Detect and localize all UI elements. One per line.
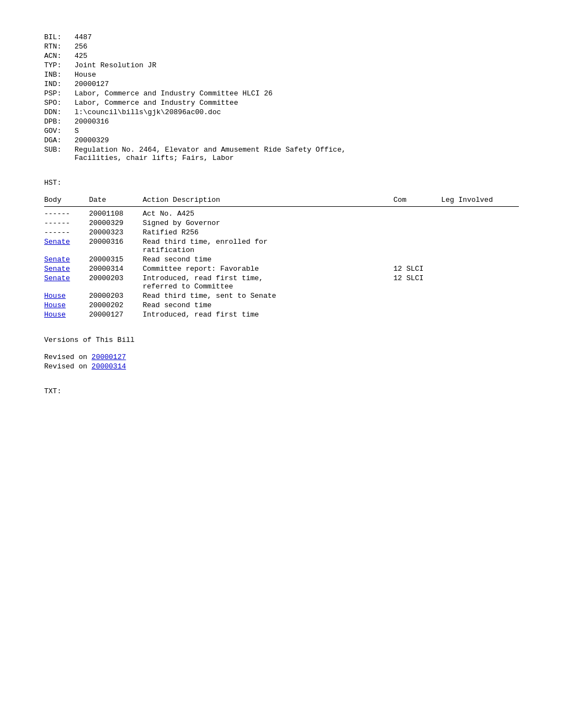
col-header-leg: Leg Involved: [441, 196, 519, 207]
dga-label: DGA:: [44, 136, 75, 144]
col-header-action: Action Description: [142, 196, 393, 207]
versions-section: Versions of This Bill Revised on 2000012…: [44, 336, 519, 371]
history-date-cell: 20000202: [89, 301, 142, 310]
bil-row: BIL: 4487: [44, 33, 519, 41]
history-action-cell: Act No. A425: [142, 209, 393, 218]
history-leg-cell: [441, 228, 519, 237]
typ-row: TYP: Joint Resolution JR: [44, 61, 519, 69]
sub-value: Regulation No. 2464, Elevator and Amusem…: [75, 146, 346, 162]
version-link-row-2: Revised on 20000314: [44, 362, 519, 371]
history-body-cell[interactable]: House: [44, 301, 89, 310]
history-leg-cell: [441, 237, 519, 255]
table-row: House20000203Read third time, sent to Se…: [44, 291, 519, 301]
rtn-label: RTN:: [44, 42, 75, 51]
history-body-link[interactable]: Senate: [44, 255, 70, 264]
history-date-cell: 20000203: [89, 274, 142, 291]
col-header-date: Date: [89, 196, 142, 207]
spo-value: Labor, Commerce and Industry Committee: [75, 99, 238, 107]
inb-label: INB:: [44, 71, 75, 79]
history-com-cell: [394, 310, 442, 319]
history-date-cell: 20000316: [89, 237, 142, 255]
history-leg-cell: [441, 255, 519, 264]
history-action-cell: Read third time, sent to Senate: [142, 291, 393, 301]
history-date-cell: 20000315: [89, 255, 142, 264]
psp-label: PSP:: [44, 89, 75, 98]
history-date-cell: 20001108: [89, 209, 142, 218]
history-leg-cell: [441, 301, 519, 310]
versions-title: Versions of This Bill: [44, 336, 519, 344]
table-row: ------20000329Signed by Governor: [44, 218, 519, 228]
table-row: House20000127Introduced, read first time: [44, 310, 519, 319]
dpb-label: DPB:: [44, 117, 75, 126]
history-leg-cell: [441, 274, 519, 291]
acn-label: ACN:: [44, 52, 75, 60]
version-link-2[interactable]: 20000314: [92, 362, 126, 371]
history-body-cell[interactable]: House: [44, 291, 89, 301]
rtn-value: 256: [75, 42, 87, 51]
txt-section: TXT:: [44, 387, 519, 395]
history-body-cell[interactable]: Senate: [44, 255, 89, 264]
bil-value: 4487: [75, 33, 92, 41]
history-body-cell[interactable]: Senate: [44, 274, 89, 291]
table-row: ------20001108Act No. A425: [44, 209, 519, 218]
history-date-cell: 20000314: [89, 264, 142, 274]
inb-row: INB: House: [44, 71, 519, 79]
history-body-link[interactable]: Senate: [44, 265, 70, 273]
history-com-cell: 12 SLCI: [394, 264, 442, 274]
typ-value: Joint Resolution JR: [75, 61, 156, 69]
col-header-body: Body: [44, 196, 89, 207]
ind-label: IND:: [44, 80, 75, 88]
versions-links: Revised on 20000127 Revised on 20000314: [44, 353, 519, 371]
typ-label: TYP:: [44, 61, 75, 69]
revised-label-1: Revised on: [44, 353, 87, 361]
history-leg-cell: [441, 264, 519, 274]
history-date-cell: 20000323: [89, 228, 142, 237]
sub-line2: Facilities, chair lifts; Fairs, Labor: [75, 154, 234, 162]
history-com-cell: [394, 228, 442, 237]
acn-value: 425: [75, 52, 87, 60]
history-body-cell[interactable]: House: [44, 310, 89, 319]
dpb-row: DPB: 20000316: [44, 117, 519, 126]
history-leg-cell: [441, 218, 519, 228]
acn-row: ACN: 425: [44, 52, 519, 60]
history-body-cell: ------: [44, 218, 89, 228]
history-action-cell: Committee report: Favorable: [142, 264, 393, 274]
history-body-link[interactable]: House: [44, 301, 66, 309]
history-body-link[interactable]: House: [44, 311, 66, 319]
history-body-cell[interactable]: Senate: [44, 237, 89, 255]
txt-label: TXT:: [44, 387, 61, 395]
table-row: Senate20000316Read third time, enrolled …: [44, 237, 519, 255]
history-body-link[interactable]: Senate: [44, 274, 70, 282]
history-date-cell: 20000127: [89, 310, 142, 319]
bil-label: BIL:: [44, 33, 75, 41]
history-date-cell: 20000203: [89, 291, 142, 301]
ddn-value: l:\council\bills\gjk\20896ac00.doc: [75, 108, 221, 116]
table-row: Senate20000203Introduced, read first tim…: [44, 274, 519, 291]
bill-info-section: BIL: 4487 RTN: 256 ACN: 425 TYP: Joint R…: [44, 33, 519, 162]
gov-row: GOV: S: [44, 127, 519, 135]
ddn-label: DDN:: [44, 108, 75, 116]
history-action-cell: Introduced, read first time: [142, 310, 393, 319]
history-table: Body Date Action Description Com Leg Inv…: [44, 196, 519, 319]
version-link-1[interactable]: 20000127: [92, 353, 126, 361]
history-com-cell: [394, 301, 442, 310]
revised-label-2: Revised on: [44, 362, 87, 371]
history-body-cell[interactable]: Senate: [44, 264, 89, 274]
inb-value: House: [75, 71, 96, 79]
gov-label: GOV:: [44, 127, 75, 135]
history-leg-cell: [441, 209, 519, 218]
history-body-link[interactable]: House: [44, 292, 66, 300]
history-body-cell: ------: [44, 209, 89, 218]
dga-value: 20000329: [75, 136, 109, 144]
sub-label: SUB:: [44, 146, 75, 162]
history-body-link[interactable]: Senate: [44, 238, 70, 246]
spo-row: SPO: Labor, Commerce and Industry Commit…: [44, 99, 519, 107]
rtn-row: RTN: 256: [44, 42, 519, 51]
sub-row: SUB: Regulation No. 2464, Elevator and A…: [44, 146, 519, 162]
history-action-cell: Read third time, enrolled forratificatio…: [142, 237, 393, 255]
history-com-cell: [394, 237, 442, 255]
table-row: Senate20000314Committee report: Favorabl…: [44, 264, 519, 274]
history-body-cell: ------: [44, 228, 89, 237]
history-action-cell: Read second time: [142, 301, 393, 310]
history-com-cell: [394, 218, 442, 228]
